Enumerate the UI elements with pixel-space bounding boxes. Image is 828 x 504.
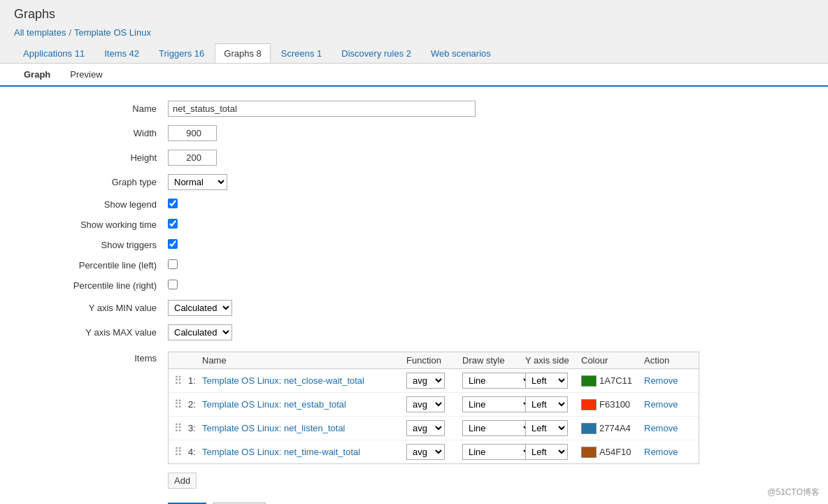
color-box-4[interactable]: [581, 447, 597, 458]
content: Graph Preview Name Width Height G: [0, 64, 828, 504]
sub-tabs: Graph Preview: [0, 64, 828, 87]
name-field-wrapper: [168, 101, 476, 117]
color-box-2[interactable]: [581, 399, 597, 410]
drag-handle-3[interactable]: ⠿: [174, 422, 188, 435]
drag-handle-4[interactable]: ⠿: [174, 445, 188, 459]
remove-item-3[interactable]: Remove: [644, 423, 678, 433]
item-draw-style-select-4[interactable]: LineFilled regionBold lineDotDashed line: [462, 444, 533, 460]
items-table: Name Function Draw style Y axis side Col…: [168, 352, 699, 464]
percentile-right-label: Percentile line (right): [28, 280, 168, 291]
show-working-time-label: Show working time: [28, 219, 168, 230]
tab-items[interactable]: Items 42: [95, 43, 148, 63]
y-axis-min-row: Y axis MIN value Calculated Fixed: [28, 300, 800, 316]
item-link-3[interactable]: Template OS Linux: net_listen_total: [202, 423, 345, 433]
table-row: ⠿ 1: Template OS Linux: net_close-wait_t…: [169, 369, 699, 393]
colour-hex-2: F63100: [599, 399, 630, 410]
y-axis-max-field-wrapper: Calculated Fixed: [168, 324, 232, 340]
graph-type-label: Graph type: [28, 177, 168, 187]
y-axis-min-field-wrapper: Calculated Fixed: [168, 300, 232, 316]
item-function-select-2[interactable]: avgminmaxalllast: [406, 396, 445, 412]
item-function-select-3[interactable]: avgminmaxalllast: [406, 420, 445, 436]
item-link-2[interactable]: Template OS Linux: net_estab_total: [202, 399, 346, 410]
percentile-right-field-wrapper: [168, 280, 178, 291]
width-label: Width: [28, 128, 168, 138]
y-axis-min-label: Y axis MIN value: [28, 303, 168, 313]
breadcrumb: All templates / Template OS Linux: [14, 27, 814, 38]
table-row: ⠿ 4: Template OS Linux: net_time-wait_to…: [169, 440, 699, 463]
item-order-2: 2:: [188, 399, 202, 410]
tab-web-scenarios[interactable]: Web scenarios: [422, 43, 500, 63]
y-axis-min-select[interactable]: Calculated Fixed: [168, 300, 232, 316]
width-field-wrapper: [168, 125, 217, 141]
header-action: Action: [644, 355, 693, 366]
y-axis-max-row: Y axis MAX value Calculated Fixed: [28, 324, 800, 340]
item-draw-style-select-1[interactable]: LineFilled regionBold lineDotDashed line: [462, 373, 533, 389]
item-y-axis-select-3[interactable]: LeftRight: [525, 420, 568, 436]
percentile-right-row: Percentile line (right): [28, 280, 800, 291]
colour-hex-1: 1A7C11: [599, 375, 632, 386]
item-y-axis-select-1[interactable]: LeftRight: [525, 373, 568, 389]
tab-graphs[interactable]: Graphs 8: [215, 43, 270, 63]
breadcrumb-separator: /: [69, 27, 71, 38]
tab-triggers[interactable]: Triggers 16: [150, 43, 213, 63]
tab-screens[interactable]: Screens 1: [272, 43, 331, 63]
show-working-time-checkbox[interactable]: [168, 219, 178, 229]
item-colour-1: 1A7C11: [581, 375, 644, 387]
items-row: Items Name Function Draw style Y axis si…: [28, 349, 800, 489]
remove-item-1[interactable]: Remove: [644, 375, 678, 386]
nav-tabs: Applications 11 Items 42 Triggers 16 Gra…: [0, 38, 828, 64]
percentile-left-checkbox[interactable]: [168, 259, 178, 269]
tab-applications[interactable]: Applications 11: [14, 43, 94, 63]
breadcrumb-template[interactable]: Template OS Linux: [74, 27, 151, 38]
item-order-4: 4:: [188, 447, 202, 457]
remove-item-4[interactable]: Remove: [644, 447, 678, 457]
show-triggers-field-wrapper: [168, 239, 178, 251]
item-link-1[interactable]: Template OS Linux: net_close-wait_total: [202, 375, 364, 386]
percentile-right-checkbox[interactable]: [168, 280, 178, 289]
color-box-1[interactable]: [581, 375, 597, 387]
name-input[interactable]: [168, 101, 476, 117]
show-working-time-field-wrapper: [168, 219, 178, 231]
width-input[interactable]: [168, 125, 217, 141]
item-link-4[interactable]: Template OS Linux: net_time-wait_total: [202, 447, 360, 457]
item-y-axis-select-2[interactable]: LeftRight: [525, 396, 568, 412]
show-triggers-checkbox[interactable]: [168, 239, 178, 249]
header-name: Name: [202, 355, 406, 366]
remove-item-2[interactable]: Remove: [644, 399, 678, 410]
drag-handle-2[interactable]: ⠿: [174, 398, 188, 411]
graph-form: Name Width Height Graph type Normal: [0, 87, 828, 504]
page-title: Graphs: [14, 7, 814, 22]
header-y-axis-side: Y axis side: [525, 355, 581, 366]
sub-tab-graph[interactable]: Graph: [14, 64, 60, 87]
watermark: @51CTO博客: [767, 487, 820, 498]
graph-type-select[interactable]: Normal Stacked Pie Exploded: [168, 174, 227, 190]
breadcrumb-all-templates[interactable]: All templates: [14, 27, 66, 38]
show-legend-checkbox[interactable]: [168, 199, 178, 208]
item-function-select-1[interactable]: avgminmaxalllast: [406, 373, 445, 389]
colour-hex-4: A54F10: [599, 447, 631, 457]
item-draw-style-select-3[interactable]: LineFilled regionBold lineDotDashed line: [462, 420, 533, 436]
drag-handle-1[interactable]: ⠿: [174, 374, 188, 387]
tab-discovery-rules[interactable]: Discovery rules 2: [332, 43, 420, 63]
item-function-select-4[interactable]: avgminmaxalllast: [406, 444, 445, 460]
add-item-wrapper: Add: [168, 468, 699, 489]
sub-tab-preview[interactable]: Preview: [60, 64, 112, 87]
name-label: Name: [28, 103, 168, 114]
percentile-left-label: Percentile line (left): [28, 260, 168, 271]
y-axis-max-label: Y axis MAX value: [28, 327, 168, 338]
item-colour-3: 2774A4: [581, 423, 644, 434]
graph-type-field-wrapper: Normal Stacked Pie Exploded: [168, 174, 227, 190]
show-legend-label: Show legend: [28, 199, 168, 210]
show-triggers-row: Show triggers: [28, 239, 800, 251]
item-draw-style-select-2[interactable]: LineFilled regionBold lineDotDashed line: [462, 396, 533, 412]
y-axis-max-select[interactable]: Calculated Fixed: [168, 324, 232, 340]
table-row: ⠿ 2: Template OS Linux: net_estab_total …: [169, 393, 699, 417]
percentile-left-row: Percentile line (left): [28, 259, 800, 271]
show-triggers-label: Show triggers: [28, 240, 168, 250]
color-box-3[interactable]: [581, 423, 597, 434]
items-section: Name Function Draw style Y axis side Col…: [168, 352, 699, 489]
height-input[interactable]: [168, 150, 217, 166]
add-item-button[interactable]: Add: [168, 473, 197, 489]
item-y-axis-select-4[interactable]: LeftRight: [525, 444, 568, 460]
table-row: ⠿ 3: Template OS Linux: net_listen_total…: [169, 417, 699, 440]
